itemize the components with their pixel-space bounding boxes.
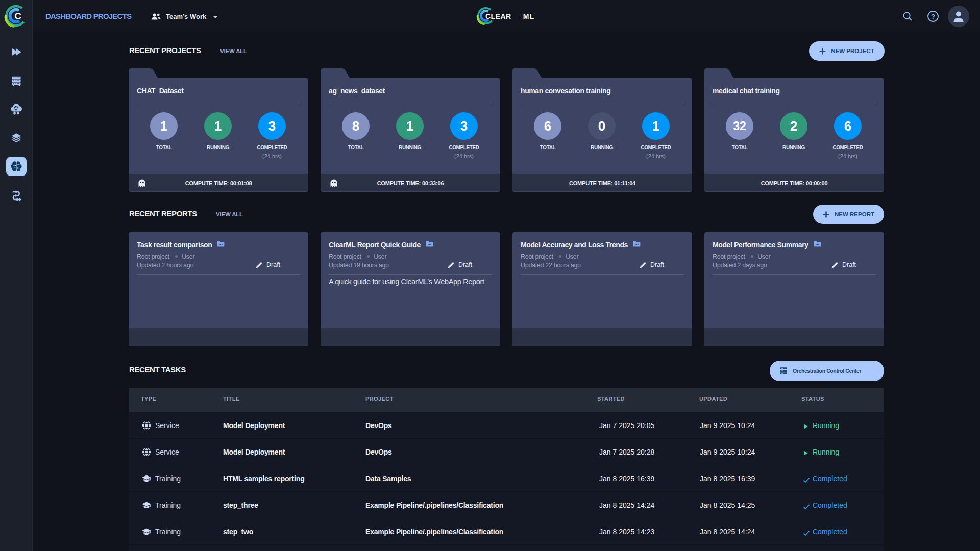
svg-text:?: ? <box>931 13 935 20</box>
svg-text:C: C <box>14 11 21 21</box>
